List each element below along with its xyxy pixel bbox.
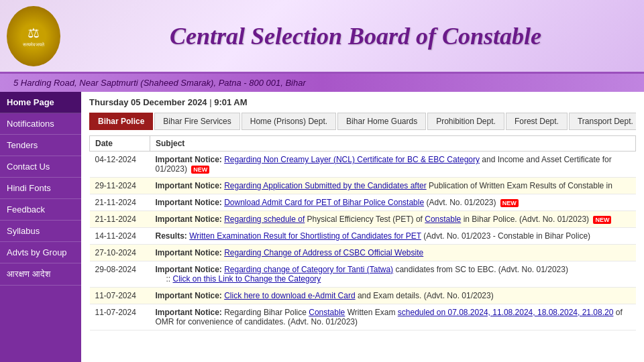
tab-bihar-police[interactable]: Bihar Police [89,113,153,130]
tab-transport[interactable]: Transport Dept. [569,113,636,130]
table-row: 14-11-2024 Results: Written Examination … [90,228,636,245]
main-content: Thursday 05 December 2024 | 9:01 AM Biha… [81,92,644,362]
row-subject: Important Notice: Regarding change of Ca… [150,261,636,288]
row-subject: Important Notice: Click here to download… [150,288,636,304]
row-date: 27-10-2024 [90,245,150,261]
main-layout: Home Page Notifications Tenders Contact … [0,92,644,362]
row-subject: Important Notice: Regarding Bihar Police… [150,304,636,330]
datetime-display: Thursday 05 December 2024 | 9:01 AM [89,97,636,107]
sidebar-item-homepage[interactable]: Home Page [0,92,81,113]
sidebar-item-hindi-fonts[interactable]: Hindi Fonts [0,178,81,199]
row-date: 11-07-2024 [90,304,150,330]
date-text: Thursday 05 December 2024 [89,97,207,107]
time-text: 9:01 AM [214,97,247,107]
change-category-link[interactable]: Click on this Link to Change the Categor… [173,274,321,284]
row-subject: Important Notice: Regarding Change of Ad… [150,245,636,261]
tab-home-guards[interactable]: Bihar Home Guards [337,113,426,130]
row-date: 21-11-2024 [90,211,150,228]
sidebar-item-tenders[interactable]: Tenders [0,135,81,156]
title-text: Central Selection Board of Constable [67,22,644,50]
row-date: 29-11-2024 [90,178,150,194]
col-date: Date [90,136,150,152]
site-title: Central Selection Board of Constable [67,22,644,50]
table-row: 11-07-2024 Important Notice: Click here … [90,288,636,304]
tab-prohibition[interactable]: Prohibition Dept. [427,113,504,130]
table-row: 21-11-2024 Important Notice: Download Ad… [90,194,636,211]
table-row: 27-10-2024 Important Notice: Regarding C… [90,245,636,261]
table-row: 04-12-2024 Important Notice: Regarding N… [90,152,636,178]
sidebar-item-arakshan[interactable]: आरक्षण आदेश [0,263,81,286]
sidebar: Home Page Notifications Tenders Contact … [0,92,81,362]
sidebar-item-feedback[interactable]: Feedback [0,199,81,221]
row-date: 04-12-2024 [90,152,150,178]
header: ⚖ सत्यमेव जयते Central Selection Board o… [0,0,644,74]
sidebar-item-syllabus[interactable]: Syllabus [0,221,81,242]
sidebar-item-notifications[interactable]: Notifications [0,113,81,135]
header-logo: ⚖ सत्यमेव जयते [0,0,67,73]
row-date: 11-07-2024 [90,288,150,304]
row-subject: Results: Written Examination Result for … [150,228,636,245]
row-date: 14-11-2024 [90,228,150,245]
tab-home-prisons[interactable]: Home (Prisons) Dept. [241,113,336,130]
row-subject: Important Notice: Regarding Non Creamy L… [150,152,636,178]
tab-fire-services[interactable]: Bihar Fire Services [154,113,239,130]
row-subject: Important Notice: Download Admit Card fo… [150,194,636,211]
table-row: 11-07-2024 Important Notice: Regarding B… [90,304,636,330]
table-row: 29-11-2024 Important Notice: Regarding A… [90,178,636,194]
row-subject: Important Notice: Regarding schedule of … [150,211,636,228]
table-header-row: Date Subject [90,136,636,152]
row-date: 21-11-2024 [90,194,150,211]
col-subject: Subject [150,136,636,152]
emblem-icon: ⚖ सत्यमेव जयते [7,6,60,66]
table-row: 29-08-2024 Important Notice: Regarding c… [90,261,636,288]
sidebar-item-advts[interactable]: Advts by Group [0,242,81,263]
row-date: 29-08-2024 [90,261,150,288]
notices-table: Date Subject 04-12-2024 Important Notice… [89,135,636,330]
table-row: 21-11-2024 Important Notice: Regarding s… [90,211,636,228]
header-address: 5 Harding Road, Near Saptmurti (Shaheed … [0,74,644,92]
department-tabs: Bihar Police Bihar Fire Services Home (P… [89,113,636,130]
sidebar-item-contact[interactable]: Contact Us [0,156,81,178]
row-subject: Important Notice: Regarding Application … [150,178,636,194]
tab-forest[interactable]: Forest Dept. [506,113,568,130]
